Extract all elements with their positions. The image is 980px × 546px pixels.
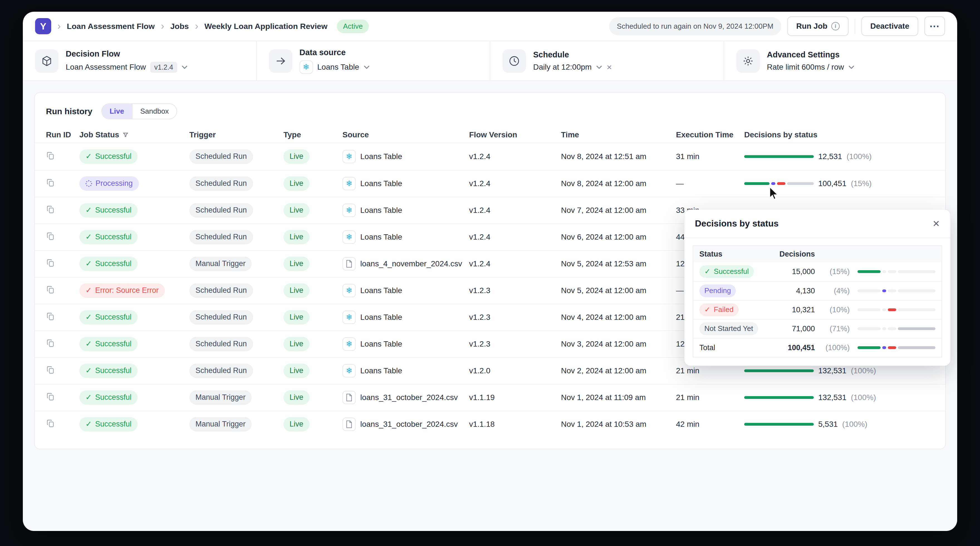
execution-time-cell: 31 min — [676, 152, 744, 161]
job-status-badge: ✓Successful — [80, 417, 138, 431]
bar-segment — [744, 182, 770, 185]
chevron-right-icon: › — [161, 20, 164, 32]
breadcrumb: Y › Loan Assessment Flow › Jobs › Weekly… — [35, 18, 369, 34]
type-cell: Live — [283, 230, 342, 244]
chevron-down-icon[interactable] — [848, 65, 854, 69]
run-history-title: Run history — [46, 107, 92, 116]
job-status-cell: ✓Successful — [80, 390, 189, 404]
close-icon[interactable]: ✕ — [932, 219, 940, 228]
popup-col-status: Status — [699, 250, 769, 259]
popup-header-row: Status Decisions — [693, 246, 942, 262]
col-type: Type — [283, 130, 342, 139]
job-status-label: Error: Source Error — [95, 286, 159, 295]
decisions-bar[interactable] — [744, 396, 814, 399]
chevron-down-icon[interactable] — [181, 65, 188, 69]
copy-run-id-button[interactable] — [46, 339, 55, 348]
deactivate-button[interactable]: Deactivate — [861, 16, 918, 36]
run-job-label: Run Job — [796, 22, 827, 30]
snowflake-source-tile: ❄ — [342, 177, 356, 190]
decisions-bar[interactable] — [744, 369, 814, 372]
source-label: Loans Table — [360, 340, 402, 348]
col-execution-time: Execution Time — [676, 130, 744, 139]
job-status-label: Successful — [95, 206, 132, 214]
toggle-live[interactable]: Live — [102, 104, 132, 119]
popup-status-cell: ✓Successful — [699, 265, 769, 278]
run-id-cell — [46, 151, 80, 162]
copy-run-id-button[interactable] — [46, 178, 55, 187]
popup-decisions-bar[interactable] — [858, 289, 935, 292]
chevron-down-icon[interactable] — [596, 65, 602, 69]
type-badge: Live — [283, 417, 310, 431]
popup-decisions-count: 4,130 — [796, 287, 815, 295]
bar-segment — [898, 270, 935, 273]
bar-segment — [898, 346, 935, 349]
job-status-label: Successful — [95, 259, 132, 268]
app-logo-icon[interactable]: Y — [35, 18, 51, 34]
flow-version-cell: v1.2.4 — [469, 152, 561, 161]
job-status-cell: ✓Successful — [80, 364, 189, 378]
breadcrumb-item-flow[interactable]: Loan Assessment Flow — [67, 22, 155, 31]
more-options-button[interactable]: ⋯ — [924, 16, 945, 36]
remove-schedule-icon[interactable]: × — [607, 63, 612, 72]
decisions-percent: (100%) — [842, 420, 867, 429]
copy-run-id-button[interactable] — [46, 232, 55, 241]
trigger-badge: Scheduled Run — [189, 364, 253, 378]
check-icon: ✓ — [86, 420, 92, 428]
card-data-source: Data source ❄ Loans Table — [256, 41, 490, 80]
source-label: loans_31_october_2024.csv — [360, 420, 458, 429]
copy-run-id-button[interactable] — [46, 366, 55, 374]
flow-version-cell: v1.2.3 — [469, 286, 561, 295]
breadcrumb-item-job-name[interactable]: Weekly Loan Application Review — [204, 22, 328, 31]
copy-run-id-button[interactable] — [46, 312, 55, 321]
job-status-label: Failed — [714, 306, 733, 314]
job-status-cell: ✓Error: Source Error — [80, 283, 189, 297]
check-icon: ✓ — [86, 340, 92, 348]
popup-decisions-bar[interactable] — [858, 346, 935, 349]
copy-run-id-button[interactable] — [46, 151, 55, 160]
copy-run-id-button[interactable] — [46, 285, 55, 294]
run-id-cell — [46, 312, 80, 323]
run-job-button[interactable]: Run Job i — [788, 16, 849, 36]
job-status-badge: ✓Error: Source Error — [80, 283, 165, 297]
popup-decisions-bar[interactable] — [858, 308, 935, 311]
data-source-name: Loans Table — [317, 63, 360, 72]
toggle-sandbox[interactable]: Sandbox — [132, 104, 177, 119]
trigger-badge: Manual Trigger — [189, 417, 252, 431]
copy-run-id-button[interactable] — [46, 205, 55, 214]
copy-run-id-button[interactable] — [46, 419, 55, 428]
file-icon — [345, 420, 353, 428]
popup-decisions-bar[interactable] — [858, 270, 935, 273]
decisions-bar[interactable] — [744, 182, 814, 185]
snowflake-source-tile: ❄ — [342, 364, 356, 377]
trigger-badge: Manual Trigger — [189, 390, 252, 404]
chevron-down-icon[interactable] — [364, 65, 370, 69]
file-source-tile — [342, 418, 356, 431]
decisions-percent: (15%) — [851, 179, 872, 188]
bar-segment — [771, 182, 775, 185]
type-badge: Live — [283, 364, 310, 378]
trigger-badge: Scheduled Run — [189, 149, 253, 163]
decisions-cell: 132,531(100%) — [744, 393, 934, 402]
bar-segment — [888, 289, 896, 292]
copy-run-id-button[interactable] — [46, 259, 55, 267]
bar-segment — [858, 308, 881, 311]
top-bar: Y › Loan Assessment Flow › Jobs › Weekly… — [23, 12, 957, 41]
execution-time-cell: 21 min — [676, 393, 744, 402]
decisions-popup: Decisions by status ✕ Status Decisions ✓… — [684, 209, 950, 366]
job-status-badge: ✓Successful — [80, 390, 138, 404]
decisions-bar[interactable] — [744, 155, 814, 158]
logo-glyph: Y — [40, 21, 46, 32]
col-job-status[interactable]: Job Status — [80, 130, 189, 139]
source-cell: ❄Loans Table — [342, 204, 469, 217]
popup-decisions-count: 15,000 — [792, 267, 815, 276]
time-cell: Nov 1, 2024 at 11:09 am — [561, 393, 676, 402]
popup-decisions-bar[interactable] — [858, 327, 935, 330]
decisions-bar[interactable] — [744, 423, 814, 426]
check-icon: ✓ — [86, 313, 92, 321]
copy-run-id-button[interactable] — [46, 392, 55, 401]
time-cell: Nov 2, 2024 at 12:00 am — [561, 366, 676, 375]
popup-decisions-percent: (15%) — [830, 267, 850, 276]
popup-status-cell: ✓Failed — [699, 303, 769, 316]
type-cell: Live — [283, 390, 342, 404]
breadcrumb-item-jobs[interactable]: Jobs — [170, 22, 189, 31]
